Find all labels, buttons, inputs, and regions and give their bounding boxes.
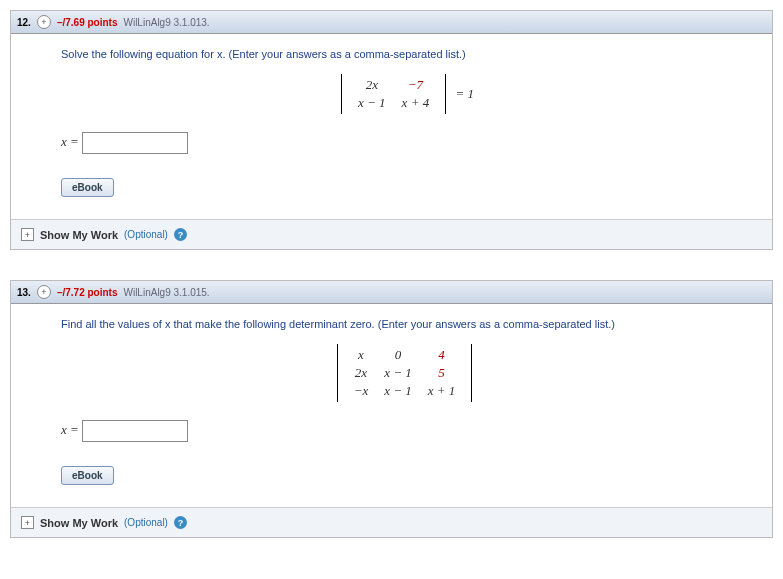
optional-label: (Optional) [124, 517, 168, 528]
question-block: 13. + –/7.72 points WilLinAlg9 3.1.015. … [10, 280, 773, 538]
question-prompt: Solve the following equation for x. (Ent… [61, 48, 754, 60]
question-body: Solve the following equation for x. (Ent… [11, 34, 772, 249]
answer-input[interactable] [82, 132, 188, 154]
show-my-work-label: Show My Work [40, 517, 118, 529]
question-number: 12. [17, 17, 31, 28]
question-number: 13. [17, 287, 31, 298]
matrix-cell: x + 1 [420, 382, 464, 400]
answer-input[interactable] [82, 420, 188, 442]
expand-icon[interactable]: + [37, 285, 51, 299]
matrix-cell: 5 [420, 364, 464, 382]
matrix-cell: x − 1 [350, 94, 394, 112]
source-label: WilLinAlg9 3.1.013. [123, 17, 209, 28]
help-icon[interactable]: ? [174, 228, 187, 241]
matrix-cell: 2x [350, 76, 394, 94]
ebook-button[interactable]: eBook [61, 178, 114, 197]
matrix-cell: 2x [346, 364, 377, 382]
show-my-work-bar[interactable]: + Show My Work (Optional) ? [11, 219, 772, 249]
show-my-work-bar[interactable]: + Show My Work (Optional) ? [11, 507, 772, 537]
determinant: 2x−7x − 1x + 4 [341, 74, 446, 114]
points-label: –/7.69 points [57, 17, 118, 28]
question-block: 12. + –/7.69 points WilLinAlg9 3.1.013. … [10, 10, 773, 250]
answer-row: x = [61, 420, 754, 442]
answer-row: x = [61, 132, 754, 154]
math-expression: 2x−7x − 1x + 4 = 1 [61, 74, 754, 114]
determinant: x042xx − 15−xx − 1x + 1 [337, 344, 473, 402]
question-header: 12. + –/7.69 points WilLinAlg9 3.1.013. [11, 11, 772, 34]
math-expression: x042xx − 15−xx − 1x + 1 [61, 344, 754, 402]
source-label: WilLinAlg9 3.1.015. [123, 287, 209, 298]
matrix-cell: 4 [420, 346, 464, 364]
answer-label: x = [61, 422, 79, 437]
matrix-cell: x [346, 346, 377, 364]
equation-rhs: = 1 [455, 86, 474, 101]
expand-icon[interactable]: + [37, 15, 51, 29]
matrix-cell: x − 1 [376, 382, 420, 400]
matrix-cell: −x [346, 382, 377, 400]
plus-box-icon[interactable]: + [21, 228, 34, 241]
answer-label: x = [61, 134, 79, 149]
question-prompt: Find all the values of x that make the f… [61, 318, 754, 330]
ebook-button[interactable]: eBook [61, 466, 114, 485]
matrix-cell: −7 [394, 76, 438, 94]
question-header: 13. + –/7.72 points WilLinAlg9 3.1.015. [11, 281, 772, 304]
matrix-cell: 0 [376, 346, 420, 364]
matrix-cell: x − 1 [376, 364, 420, 382]
points-label: –/7.72 points [57, 287, 118, 298]
plus-box-icon[interactable]: + [21, 516, 34, 529]
matrix-cell: x + 4 [394, 94, 438, 112]
show-my-work-label: Show My Work [40, 229, 118, 241]
optional-label: (Optional) [124, 229, 168, 240]
help-icon[interactable]: ? [174, 516, 187, 529]
question-body: Find all the values of x that make the f… [11, 304, 772, 537]
